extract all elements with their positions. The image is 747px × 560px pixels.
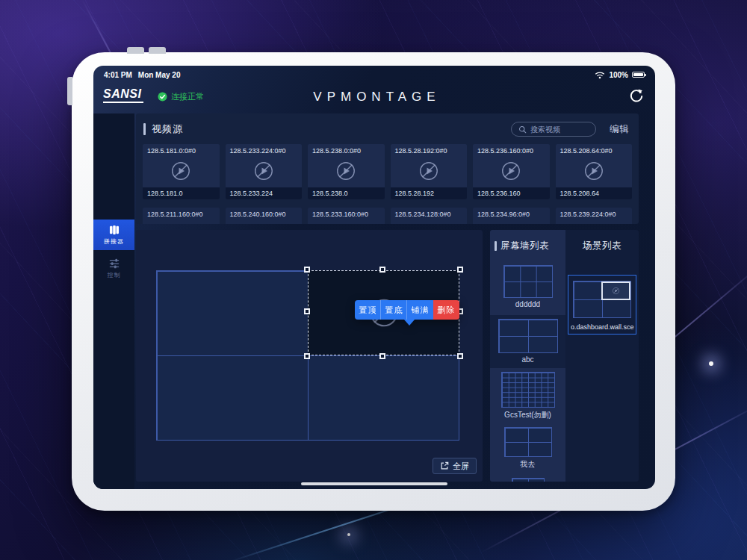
resize-handle-top-middle[interactable] (379, 267, 385, 273)
source-id: 128.5.236.160:0#0 (473, 144, 550, 155)
date: Mon May 20 (138, 71, 181, 79)
source-name: 128.5.208.64 (556, 187, 633, 199)
wall-item-label: 我去 (521, 459, 536, 470)
wall-canvas-panel: 置顶 置底 铺满 删除 全屏 (136, 230, 483, 482)
resize-handle-bottom-middle[interactable] (379, 353, 385, 359)
volume-down-button (149, 47, 166, 54)
power-button (67, 77, 72, 105)
video-source-card-partial[interactable]: 128.5.234.96:0#0 (473, 208, 550, 224)
volume-up-button (127, 47, 144, 54)
section-accent-bar (495, 241, 497, 251)
video-source-card-partial[interactable]: 128.5.234.128:0#0 (391, 208, 468, 224)
refresh-icon (628, 88, 645, 105)
video-source-card[interactable]: 128.5.181.0:0#0 128.5.181.0 (143, 144, 220, 199)
delete-region-button[interactable]: 删除 (433, 300, 459, 320)
expand-icon (440, 461, 449, 470)
fullscreen-label: 全屏 (453, 461, 469, 472)
video-source-card-partial[interactable]: 128.5.239.224:0#0 (556, 208, 633, 224)
video-wall-icon (108, 224, 120, 236)
wall-thumbnail-partial (512, 478, 545, 482)
video-source-card-partial[interactable]: 128.5.211.160:0#0 (143, 208, 220, 224)
play-disabled-icon (170, 160, 192, 182)
source-name: 128.5.233.224 (226, 187, 303, 199)
glow-dot (347, 533, 350, 536)
play-disabled-icon (335, 160, 357, 182)
app-title: VPMONTAGE (93, 90, 655, 105)
region-context-menu: 置顶 置底 铺满 删除 (355, 300, 459, 320)
source-id: 128.5.28.192:0#0 (391, 144, 468, 155)
source-id: 128.5.233.224:0#0 (226, 144, 303, 155)
clock: 4:01 PM (104, 71, 132, 79)
scene-active-cell (601, 281, 630, 300)
sidebar: 拼接器 控制 (93, 113, 134, 489)
resize-handle-top-left[interactable] (304, 267, 310, 273)
play-disabled-icon (612, 287, 620, 295)
source-name: 128.5.28.192 (391, 187, 468, 199)
wall-item-label: dddddd (515, 300, 540, 308)
play-disabled-icon (252, 160, 275, 182)
wall-list-item[interactable]: dddddd (503, 252, 553, 308)
resize-handle-bottom-left[interactable] (304, 353, 310, 359)
bring-to-front-button[interactable]: 置顶 (355, 300, 381, 320)
sidebar-item-label: 控制 (108, 271, 121, 279)
app-header: SANSI 连接正常 VPMONTAGE (93, 81, 655, 113)
context-menu-arrow (404, 320, 415, 326)
source-name: 128.5.238.0 (308, 187, 385, 199)
video-source-card[interactable]: 128.5.28.192:0#0 128.5.28.192 (391, 144, 468, 199)
fullscreen-button[interactable]: 全屏 (433, 458, 477, 474)
screen-wall-list: 屏幕墙列表 dddddd abc GcsTest(勿删) 我去 (490, 230, 565, 482)
play-disabled-icon (418, 160, 440, 182)
search-box[interactable] (511, 122, 596, 137)
scene-list: 场景列表 o.dashboard.wall.sce... (565, 230, 639, 482)
sidebar-item-splicer[interactable]: 拼接器 (93, 220, 134, 250)
send-to-back-button[interactable]: 置底 (381, 300, 407, 320)
home-indicator[interactable] (301, 482, 447, 485)
wifi-icon (595, 71, 605, 79)
video-source-card[interactable]: 128.5.208.64:0#0 128.5.208.64 (556, 144, 633, 199)
play-disabled-icon (500, 160, 522, 182)
resize-handle-top-right[interactable] (457, 267, 463, 273)
scene-list-title: 场景列表 (583, 240, 622, 252)
scene-item-label: o.dashboard.wall.sce... (571, 323, 634, 331)
video-source-card[interactable]: 128.5.236.160:0#0 128.5.236.160 (473, 144, 550, 199)
video-source-card[interactable]: 128.5.233.224:0#0 128.5.233.224 (226, 144, 303, 199)
video-source-grid: 128.5.181.0:0#0 128.5.181.0 128.5.233.22… (143, 144, 632, 199)
wall-thumbnail-2x2 (504, 427, 552, 457)
refresh-button[interactable] (628, 88, 645, 105)
selected-video-region[interactable]: 置顶 置底 铺满 删除 (308, 270, 459, 355)
video-sources-panel: 视频源 编辑 128.5.181.0:0#0 128.5.181.0 128.5… (136, 113, 639, 224)
lists-panel: 屏幕墙列表 dddddd abc GcsTest(勿删) 我去 (490, 230, 639, 482)
video-source-card[interactable]: 128.5.238.0:0#0 128.5.238.0 (308, 144, 385, 199)
video-source-card-partial[interactable]: 128.5.233.160:0#0 (308, 208, 385, 224)
sidebar-item-label: 拼接器 (104, 237, 124, 246)
wall-item-label: GcsTest(勿删) (504, 410, 551, 420)
battery-icon (632, 72, 645, 78)
play-disabled-icon (583, 160, 605, 182)
resize-handle-middle-left[interactable] (304, 308, 310, 314)
source-name: 128.5.181.0 (143, 187, 220, 199)
search-icon (518, 125, 527, 134)
video-source-card-partial[interactable]: 128.5.240.160:0#0 (226, 208, 303, 224)
battery-percent: 100% (609, 71, 628, 79)
video-source-grid-row2: 128.5.211.160:0#0 128.5.240.160:0#0 128.… (143, 208, 632, 224)
wall-list-item-highlighted[interactable]: abc (490, 315, 565, 368)
scene-thumbnail-2x2 (573, 281, 631, 318)
search-input[interactable] (530, 125, 589, 134)
resize-handle-bottom-right[interactable] (457, 353, 463, 359)
section-accent-bar (143, 123, 146, 135)
source-id: 128.5.181.0:0#0 (143, 144, 220, 155)
sidebar-item-control[interactable]: 控制 (93, 253, 134, 284)
wall-thumbnail-2x2 (498, 319, 558, 353)
wall-list-item-partial[interactable] (512, 470, 545, 482)
wall-list-item[interactable]: 我去 (504, 420, 552, 470)
app-screen: 4:01 PM Mon May 20 100% SANSI 连接正常 VPMON… (93, 66, 655, 489)
wall-list-title: 屏幕墙列表 (500, 240, 549, 252)
source-id: 128.5.238.0:0#0 (308, 144, 385, 155)
edit-button[interactable]: 编辑 (610, 123, 630, 136)
wall-list-item[interactable]: GcsTest(勿删) (501, 368, 555, 420)
source-id: 128.5.208.64:0#0 (556, 144, 633, 155)
tablet-device-frame: 4:01 PM Mon May 20 100% SANSI 连接正常 VPMON… (72, 52, 675, 511)
scene-list-item-selected[interactable]: o.dashboard.wall.sce... (568, 275, 636, 335)
fill-screen-button[interactable]: 铺满 (407, 300, 433, 320)
status-bar: 4:01 PM Mon May 20 100% (93, 66, 655, 81)
